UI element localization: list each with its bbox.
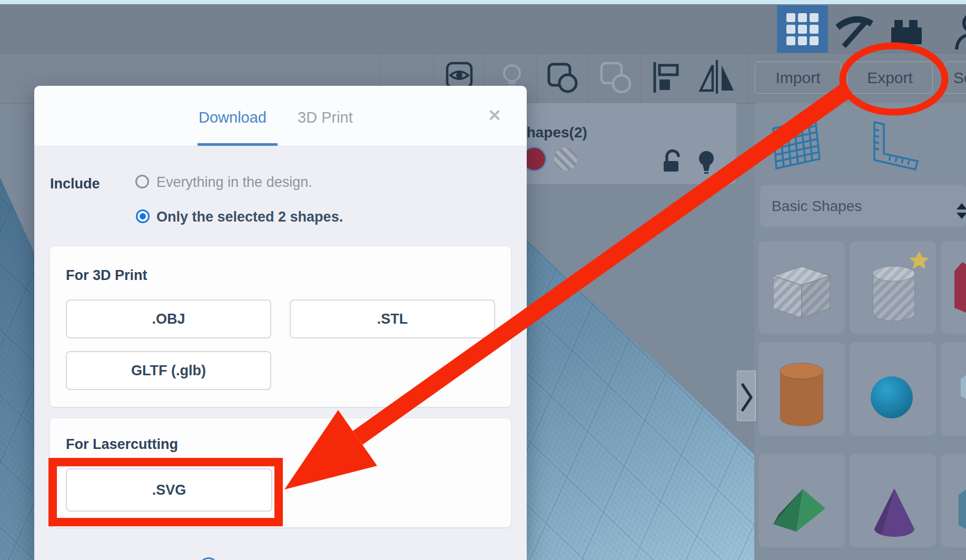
toolbar-divider xyxy=(537,53,537,103)
shape-tile-cone[interactable] xyxy=(850,454,936,547)
download-gltf-button[interactable]: GLTF (.glb) xyxy=(66,351,271,390)
section-title: For 3D Print xyxy=(66,267,147,284)
tab-download[interactable]: Download xyxy=(199,109,267,126)
shape-tile-half[interactable] xyxy=(941,342,966,436)
top-accent-strip xyxy=(0,0,966,4)
toolbar-divider xyxy=(640,53,640,103)
shape-tile-redbox[interactable] xyxy=(941,241,966,334)
section-title: For Lasercutting xyxy=(66,436,178,453)
toolbar-divider xyxy=(588,53,589,103)
radio-everything[interactable] xyxy=(135,175,149,188)
annotation-highlight-box xyxy=(48,458,283,526)
panel-collapse-button[interactable] xyxy=(737,371,756,421)
grid-menu-icon[interactable] xyxy=(777,5,828,53)
section-for-3d-print: For 3D Print .OBJ .STL GLTF (.glb) xyxy=(50,246,511,407)
shape-tile-box[interactable] xyxy=(758,241,845,334)
export-label: Export xyxy=(867,69,913,87)
selection-title: Shapes(2) xyxy=(517,124,587,141)
send-to-label: Se xyxy=(953,69,966,87)
tab-3d-print[interactable]: 3D Print xyxy=(298,109,353,126)
radio-only-selected-label[interactable]: Only the selected 2 shapes. xyxy=(156,209,343,225)
include-label: Include xyxy=(50,176,100,192)
shape-tile-teal[interactable] xyxy=(941,454,966,547)
import-label: Import xyxy=(775,69,820,87)
tinkercad-screen: Import Export Se Shapes(2) Basic Shapes xyxy=(0,0,966,560)
radio-only-selected[interactable] xyxy=(136,209,150,223)
shape-tile-roof[interactable] xyxy=(758,454,845,547)
partial-radio-button[interactable] xyxy=(199,557,218,560)
toolbar-divider xyxy=(748,53,748,103)
radio-everything-label[interactable]: Everything in the design. xyxy=(156,174,312,191)
shape-category-select[interactable]: Basic Shapes xyxy=(760,185,966,227)
import-button[interactable]: Import xyxy=(755,62,841,94)
chevron-right-icon xyxy=(737,371,755,421)
shape-tile-orange-cylinder[interactable] xyxy=(758,342,845,436)
close-icon[interactable]: ✕ xyxy=(485,106,504,125)
download-obj-button[interactable]: .OBJ xyxy=(66,299,271,338)
send-to-button[interactable]: Se xyxy=(944,62,966,94)
export-button[interactable]: Export xyxy=(847,62,933,94)
selection-panel xyxy=(506,103,736,184)
dialog-header: Download 3D Print ✕ xyxy=(34,86,527,146)
category-label: Basic Shapes xyxy=(772,198,862,215)
shape-tile-sphere[interactable] xyxy=(850,342,936,436)
download-stl-button[interactable]: .STL xyxy=(290,299,495,338)
export-dialog: Download 3D Print ✕ Include Everything i… xyxy=(34,86,527,560)
shape-tile-cylinder[interactable] xyxy=(850,241,936,334)
striped-shape-swatch[interactable] xyxy=(554,147,577,171)
active-tab-underline xyxy=(198,143,278,146)
